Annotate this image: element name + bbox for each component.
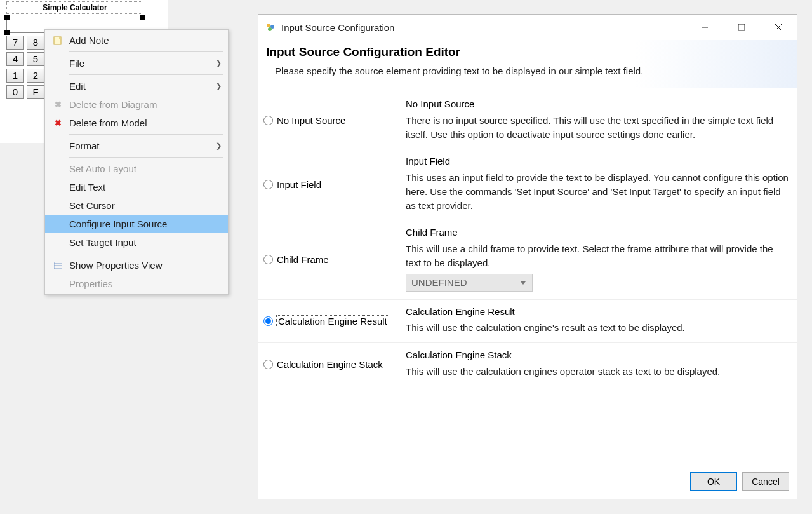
calc-key-4[interactable]: 4 [6, 52, 24, 66]
minimize-button[interactable] [686, 15, 723, 40]
radio-label: Input Field [277, 179, 321, 190]
calc-key-1[interactable]: 1 [6, 69, 24, 83]
menu-set-cursor[interactable]: Set Cursor [45, 196, 228, 215]
radio-calc-engine-stack[interactable] [263, 360, 273, 369]
child-frame-combo[interactable]: UNDEFINED [406, 274, 533, 292]
option-child-frame: Child Frame Child Frame This will use a … [258, 220, 797, 299]
chevron-right-icon: ❯ [216, 82, 222, 90]
properties-icon [50, 262, 65, 269]
menu-separator [69, 74, 223, 75]
menu-configure-input-source[interactable]: Configure Input Source [45, 215, 228, 233]
radio-label: Calculation Engine Result [277, 316, 389, 327]
calc-key-5[interactable]: 5 [27, 52, 44, 66]
calc-key-0[interactable]: 0 [6, 85, 24, 99]
calc-key-7[interactable]: 7 [6, 36, 24, 50]
x-red-icon: ✖ [50, 118, 65, 128]
calc-key-f[interactable]: F [27, 85, 44, 99]
option-input-field: Input Field Input Field This uses an inp… [258, 149, 797, 220]
dialog-header-desc: Please specify the source element provid… [266, 65, 789, 76]
option-calc-engine-result: Calculation Engine Result Calculation En… [258, 300, 797, 344]
input-source-dialog: Input Source Configuration Input Source … [258, 14, 797, 499]
menu-separator [69, 134, 223, 135]
radio-label: Calculation Engine Stack [277, 359, 383, 370]
option-desc: This will use a child frame to provide t… [406, 242, 789, 270]
menu-edit[interactable]: Edit ❯ [45, 77, 228, 95]
dialog-window-title: Input Source Configuration [281, 22, 686, 33]
chevron-right-icon: ❯ [216, 142, 222, 150]
menu-show-properties-view[interactable]: Show Properties View [45, 256, 228, 274]
cancel-button[interactable]: Cancel [742, 472, 789, 491]
radio-no-input-source[interactable] [263, 116, 273, 125]
menu-file[interactable]: File ❯ [45, 54, 228, 72]
menu-separator [69, 254, 223, 254]
menu-delete-from-model[interactable]: ✖ Delete from Model [45, 114, 228, 132]
people-icon [265, 22, 276, 33]
menu-set-auto-layout: Set Auto Layout [45, 159, 228, 178]
option-no-input-source: No Input Source No Input Source There is… [258, 92, 797, 149]
calculator-title: Simple Calculator [6, 1, 143, 14]
chevron-right-icon: ❯ [216, 59, 222, 67]
option-desc: There is no input source specified. This… [406, 114, 789, 142]
note-icon [50, 36, 65, 45]
calc-key-8[interactable]: 8 [27, 36, 44, 50]
option-title: No Input Source [406, 97, 789, 111]
x-icon: ✖ [50, 100, 65, 109]
dialog-footer: OK Cancel [258, 466, 797, 499]
dialog-header: Input Source Configuration Editor Please… [258, 40, 797, 88]
menu-separator [69, 51, 223, 52]
radio-calc-engine-result[interactable] [263, 316, 273, 326]
menu-delete-from-diagram: ✖ Delete from Diagram [45, 95, 228, 114]
option-title: Calculation Engine Result [406, 305, 789, 319]
svg-point-4 [267, 24, 270, 27]
menu-set-target-input[interactable]: Set Target Input [45, 233, 228, 252]
svg-point-6 [268, 27, 272, 31]
svg-rect-8 [738, 24, 745, 30]
radio-child-frame[interactable] [263, 255, 273, 264]
ok-button[interactable]: OK [690, 472, 737, 491]
radio-label: Child Frame [277, 254, 329, 265]
radio-label: No Input Source [277, 115, 345, 126]
menu-add-note[interactable]: Add Note [45, 31, 228, 50]
dialog-header-title: Input Source Configuration Editor [266, 45, 789, 59]
radio-input-field[interactable] [263, 180, 273, 189]
close-button[interactable] [760, 15, 797, 40]
option-title: Child Frame [406, 226, 789, 240]
calc-key-2[interactable]: 2 [27, 69, 44, 83]
context-menu: Add Note File ❯ Edit ❯ ✖ Delete from Dia… [44, 29, 229, 295]
option-title: Calculation Engine Stack [406, 348, 789, 362]
option-desc: This uses an input field to provide the … [406, 171, 789, 212]
menu-separator [69, 157, 223, 158]
menu-format[interactable]: Format ❯ [45, 137, 228, 155]
menu-edit-text[interactable]: Edit Text [45, 178, 228, 196]
option-desc: This will use the calculation engines op… [406, 365, 789, 379]
dialog-body: No Input Source No Input Source There is… [258, 88, 797, 466]
menu-properties: Properties [45, 274, 228, 293]
maximize-button[interactable] [723, 15, 760, 40]
option-desc: This will use the calculation engine's r… [406, 321, 789, 335]
option-calc-engine-stack: Calculation Engine Stack Calculation Eng… [258, 343, 797, 386]
option-title: Input Field [406, 154, 789, 168]
dialog-titlebar[interactable]: Input Source Configuration [258, 15, 797, 40]
